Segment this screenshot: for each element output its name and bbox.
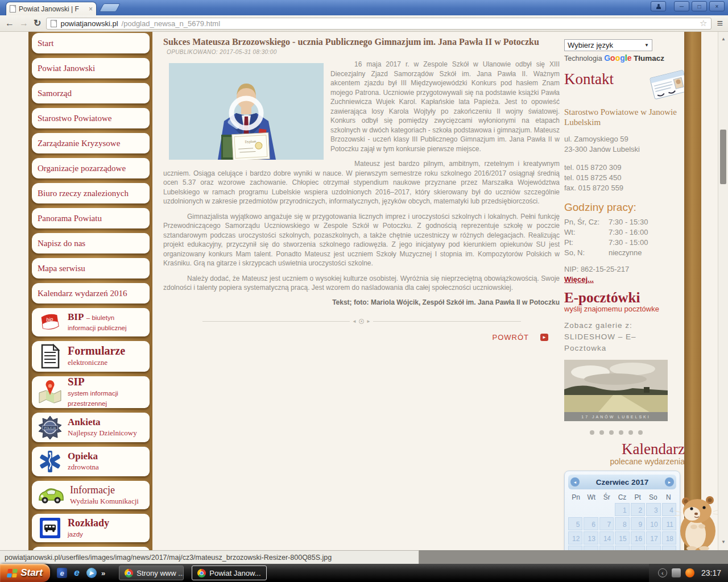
office-link[interactable]: Starostwo Powiatowe w Janowie Lubelskim [564,107,685,127]
sidebar-item-bip[interactable]: bip BIP – biuletyn informacji publicznej [32,308,150,336]
tab-title: Powiat Janowski | F [19,5,86,13]
calendar-day[interactable]: 20 [584,546,598,550]
scroll-up-icon[interactable]: ▲ [718,36,728,41]
calendar-day[interactable]: 19 [568,546,582,550]
system-tray: ‹ 23:17 [649,564,728,582]
calendar-header: ◄ Czerwiec 2017 ► [568,475,676,489]
browser-toolbar: ← → ↻ powiatjanowski.pl /podglad_newsa_n… [0,15,728,32]
sidebar-item-samorzad[interactable]: Samorząd [32,83,150,103]
internet-explorer-icon[interactable]: e [72,568,82,578]
calendar-day[interactable]: 8 [615,517,629,530]
gallery-link[interactable]: Zobacz galerie z: SLIDESHOW – E–Pocztowk… [564,320,678,354]
antivirus-icon[interactable] [685,568,694,577]
sidebar-item-biuro-rzeczy[interactable]: Biuro rzeczy znalezionych [32,183,150,203]
sidebar-item-mapa[interactable]: Mapa serwisu [32,258,150,278]
language-select[interactable]: Wybierz język ▼ [564,39,652,51]
taskbar-clock[interactable]: 23:17 [701,568,721,577]
calendar-heading: Kalendarz [564,440,685,458]
taskbar: Start e e ▶ » Strony www ... Powiat Jano… [0,564,728,582]
sidebar-item-start[interactable]: Start [32,33,150,53]
calendar-day[interactable]: 5 [568,517,582,530]
scrollbar-thumb[interactable] [720,130,726,184]
start-button[interactable]: Start [0,564,50,582]
sidebar-item-starostwo[interactable]: Starostwo Powiatowe [32,108,150,128]
sidebar-item-napisz[interactable]: Napisz do nas [32,233,150,253]
sidebar-item-rozklady[interactable]: Rozkładyjazdy [32,514,150,542]
article-photo[interactable]: Dyplom [169,63,324,160]
quick-launch-overflow-icon[interactable]: » [101,569,105,577]
calendar-day[interactable]: 9 [631,517,645,530]
calendar-day[interactable]: 15 [615,531,629,544]
url-bar[interactable]: powiatjanowski.pl /podglad_newsa_n_5679.… [46,18,712,30]
police-badge-icon: POLICJA [38,415,63,439]
powrot-button[interactable]: POWRÓT [493,333,530,342]
reload-icon[interactable]: ↻ [34,19,41,28]
app-icon-dark-e[interactable]: e [57,568,67,578]
slideshow-dot[interactable] [590,430,594,435]
calendar-day[interactable]: 21 [599,546,614,550]
page-scrollbar[interactable]: ▲ ▼ [718,32,728,550]
more-link[interactable]: Więcej... [564,275,594,284]
slideshow-image[interactable]: 17 JANÓW LUBELSKI [564,360,668,421]
calendar-next-icon[interactable]: ► [665,477,674,487]
forward-icon[interactable]: → [19,19,28,28]
calendar-day[interactable]: 22 [615,546,629,550]
calendar-day[interactable]: 3 [646,503,660,516]
calendar-day[interactable]: 2 [631,503,645,516]
profile-button[interactable] [651,1,666,11]
scroll-down-icon[interactable]: ▼ [718,539,728,544]
taskbar-window-strony-www[interactable]: Strony www ... [119,566,184,580]
menu-icon[interactable]: ≡ [717,18,723,30]
slideshow-dot[interactable] [638,430,643,435]
calendar-day[interactable]: 14 [599,531,614,544]
slideshow-dot[interactable] [628,430,633,435]
bookmark-star-icon[interactable]: ☆ [700,18,707,28]
tab-close-icon[interactable]: × [89,6,93,13]
minimize-button[interactable]: ─ [674,1,689,11]
sidebar-item-panorama[interactable]: Panorama Powiatu [32,208,150,228]
calendar-day[interactable]: 10 [646,517,660,530]
calendar-day[interactable]: 17 [646,531,660,544]
screen: Powiat Janowski | F × ─ □ × ← → ↻ powiat… [0,0,728,582]
contact-section-header: Kontakt [564,70,685,106]
calendar-day[interactable]: 23 [631,546,645,550]
calendar-day[interactable]: 12 [568,531,582,544]
browser-tab[interactable]: Powiat Janowski | F × [6,2,97,15]
sidebar-item-powiat-janowski[interactable]: Powiat Janowski [32,58,150,78]
powrot-arrow-icon[interactable]: ► [540,334,548,341]
slideshow-dot[interactable] [599,430,604,435]
slideshow-dot[interactable] [609,430,614,435]
calendar-day[interactable] [599,503,614,516]
calendar-day[interactable] [584,503,598,516]
calendar-day[interactable] [568,503,582,516]
calendar-day[interactable]: 6 [584,517,598,530]
taskbar-window-powiat-janowski[interactable]: Powiat Janow... [192,566,267,580]
sidebar-item-opieka[interactable]: Opiekazdrowotna [32,447,150,476]
tray-expand-icon[interactable]: ‹ [658,568,667,577]
windows-logo-icon [7,569,18,577]
sidebar-item-ankieta[interactable]: POLICJA AnkietaNajlepszy Dzielnicowy [32,413,150,442]
calendar-day[interactable]: 16 [631,531,645,544]
sidebar-item-zarzadzanie-kryzysowe[interactable]: Zarządzanie Kryzysowe [32,133,150,153]
calendar-day[interactable]: 7 [599,517,614,530]
new-tab-button[interactable] [99,3,121,12]
media-player-icon[interactable]: ▶ [86,568,97,578]
hamster-mascot-image [675,496,721,550]
sidebar-item-formularze[interactable]: Formularzeelektroniczne [32,341,150,372]
sidebar-item-sip[interactable]: SIPsystem informacji przestrzennej [32,376,150,408]
calendar-day[interactable]: 1 [615,503,629,516]
slideshow-dot[interactable] [619,430,623,435]
calendar-day-names: PnWtŚrCzPtSoN [568,492,676,503]
calendar-prev-icon[interactable]: ◄ [570,477,580,487]
contact-phones: tel. 015 8720 309 tel. 015 8725 450 fax.… [564,163,685,193]
sidebar-item-kalendarz-2016[interactable]: Kalendarz wydarzeń 2016 [32,283,150,304]
calendar-day[interactable]: 13 [584,531,598,544]
window-controls: ─ □ × [651,1,725,11]
calendar-day[interactable]: 24 [646,546,660,550]
close-button[interactable]: × [709,1,725,11]
back-icon[interactable]: ← [5,19,14,28]
sidebar-item-organizacje[interactable]: Organizacje pozarządowe [32,158,150,178]
sidebar-item-informacje[interactable]: InformacjeWydziału Komunikacji [32,481,150,509]
maximize-button[interactable]: □ [692,1,707,11]
tray-app-icon[interactable] [672,568,681,577]
